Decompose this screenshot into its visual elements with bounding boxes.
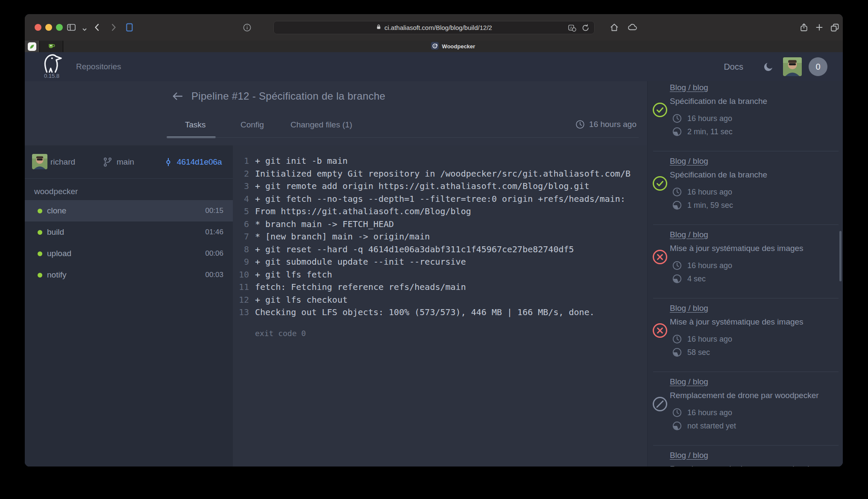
back-arrow-icon[interactable]	[171, 90, 184, 103]
build-time: 16 hours ago	[687, 261, 732, 270]
task-name: build	[47, 227, 64, 237]
line-number: 10	[233, 269, 249, 281]
build-item[interactable]: Blog / blog Mise à jour systématique des…	[648, 298, 843, 372]
user-avatar[interactable]	[783, 57, 802, 76]
task-status-dot	[38, 273, 42, 278]
nav-repositories[interactable]: Repositories	[76, 52, 121, 81]
duration-icon	[672, 200, 683, 211]
line-text: From https://git.athaliasoft.com/Blog/bl…	[255, 205, 471, 218]
woodpecker-logo[interactable]: 0.15.8	[40, 53, 64, 79]
console-line: 8 + git reset --hard -q 4614d1e06a3dabf3…	[233, 243, 647, 256]
cloud-icon[interactable]	[627, 22, 637, 32]
pipeline-tab[interactable]: Config	[240, 120, 264, 130]
forward-button[interactable]	[108, 22, 118, 32]
task-row[interactable]: clone 00:15	[25, 200, 233, 221]
build-list: Blog / blog Spécification de la branche …	[648, 81, 843, 467]
build-item[interactable]: Blog / blog Mise à jour systématique des…	[648, 225, 843, 298]
line-number: 2	[233, 168, 249, 180]
build-status-icon	[652, 175, 668, 192]
console-line: 4 + git fetch --no-tags --depth=1 --filt…	[233, 193, 647, 206]
console-line: 9 + git submodule update --init --recurs…	[233, 256, 647, 269]
page-info-icon[interactable]	[242, 22, 252, 32]
tab-overview-icon[interactable]	[830, 22, 840, 32]
zoom-window-button[interactable]	[56, 24, 63, 31]
clock-icon	[672, 113, 683, 124]
reader-page-icon[interactable]	[124, 22, 135, 32]
pipeline-panel: Pipeline #12 - Spécification de la branc…	[25, 81, 647, 467]
build-repo-link[interactable]: Blog / blog	[670, 451, 708, 460]
share-icon[interactable]	[799, 22, 809, 32]
new-tab-icon[interactable]	[814, 22, 824, 32]
line-number: 5	[233, 205, 249, 218]
build-duration: 2 min, 11 sec	[687, 127, 733, 136]
build-repo-link[interactable]: Blog / blog	[670, 83, 708, 92]
leaf-icon	[28, 42, 36, 51]
woodpecker-app: 0.15.8 Repositories Docs	[25, 52, 843, 467]
minimize-window-button[interactable]	[45, 24, 52, 31]
active-tab[interactable]: Woodpecker	[63, 41, 843, 52]
line-number: 3	[233, 180, 249, 193]
tasks-sidebar: richard main	[25, 145, 233, 467]
build-time-row: 16 hours ago	[672, 407, 732, 418]
build-item[interactable]: Blog / blog Spécification de la branche …	[648, 151, 843, 225]
console-line: 5 From https://git.athaliasoft.com/Blog/…	[233, 205, 647, 218]
address-bar[interactable]: ci.athaliasoft.com/Blog/blog/build/12/2 …	[273, 21, 595, 34]
task-row[interactable]: build 01:46	[25, 221, 233, 243]
sidebar-chevron-down-icon[interactable]	[79, 24, 90, 35]
task-name: notify	[47, 270, 66, 280]
line-text: + git fetch --no-tags --depth=1 --filter…	[255, 193, 625, 206]
line-number: 8	[233, 243, 249, 256]
build-message: Remplacement de drone par woodpecker	[670, 391, 838, 400]
build-time-row: 16 hours ago	[672, 334, 732, 345]
tabs-divider	[167, 137, 639, 138]
build-repo-link[interactable]: Blog / blog	[670, 304, 708, 313]
line-number: 9	[233, 256, 249, 269]
task-status-dot	[38, 251, 42, 256]
line-number: 1	[233, 155, 249, 168]
clock-icon	[672, 260, 683, 271]
home-icon[interactable]	[609, 22, 619, 32]
translate-icon[interactable]: A	[568, 24, 576, 33]
duration-icon	[672, 126, 683, 137]
lock-icon	[376, 24, 381, 32]
dark-mode-moon-icon[interactable]	[763, 62, 774, 72]
skipped-slash-icon	[652, 396, 668, 412]
scrollbar-thumb[interactable]	[839, 231, 842, 281]
reload-icon[interactable]	[581, 24, 590, 33]
build-message: Spécification de la branche	[670, 170, 838, 180]
build-item[interactable]: Blog / blog Spécification de la branche …	[648, 81, 843, 151]
task-row[interactable]: upload 00:06	[25, 243, 233, 264]
line-text: + git lfs fetch	[255, 269, 332, 281]
task-list: clone 00:15 build 01:46 upload 00:06 not…	[25, 200, 233, 286]
build-item[interactable]: Blog / blog Remplacement de drone par wo…	[648, 446, 843, 467]
line-text: Initialized empty Git repository in /woo…	[255, 168, 630, 180]
pinned-tab-leaf[interactable]	[25, 41, 40, 52]
build-message: Mise à jour systématique des images	[670, 317, 838, 327]
commit-link[interactable]: 4614d1e06a	[164, 145, 222, 179]
tab-title: Woodpecker	[442, 43, 475, 50]
task-row[interactable]: notify 00:03	[25, 264, 233, 286]
back-button[interactable]	[92, 22, 103, 32]
build-time: 16 hours ago	[687, 114, 732, 123]
notification-badge[interactable]: 0	[809, 57, 827, 76]
build-item[interactable]: Blog / blog Remplacement de drone par wo…	[648, 372, 843, 446]
pipeline-header: Pipeline #12 - Spécification de la branc…	[25, 81, 647, 145]
task-duration: 00:06	[205, 249, 223, 258]
console-lines: 1 + git init -b main 2 Initialized empty…	[233, 155, 647, 319]
task-status-dot	[38, 230, 42, 235]
line-text: * branch main -> FETCH_HEAD	[255, 218, 394, 231]
pinned-tab-gitea[interactable]	[40, 41, 63, 52]
pipeline-tab[interactable]: Changed files (1)	[290, 120, 352, 130]
build-duration-row: 2 min, 11 sec	[672, 126, 733, 137]
nav-docs[interactable]: Docs	[724, 52, 743, 81]
build-repo-link[interactable]: Blog / blog	[670, 230, 708, 239]
build-repo-link[interactable]: Blog / blog	[670, 377, 708, 387]
build-duration: 4 sec	[687, 275, 706, 283]
pipeline-time: 16 hours ago	[575, 119, 636, 130]
sidebar-toggle-icon[interactable]	[66, 22, 76, 32]
build-repo-link[interactable]: Blog / blog	[670, 156, 708, 166]
close-window-button[interactable]	[35, 24, 41, 31]
console-line: 12 + git lfs checkout	[233, 294, 647, 307]
console-line: 10 + git lfs fetch	[233, 269, 647, 281]
pipeline-tab[interactable]: Tasks	[185, 120, 206, 130]
